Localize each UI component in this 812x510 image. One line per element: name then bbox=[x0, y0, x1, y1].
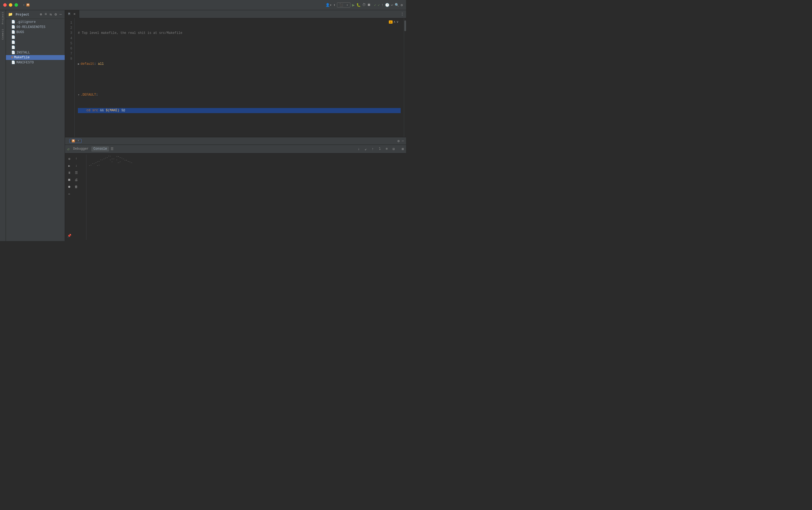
project-panel: 📁 Project ⊕ ≡ ⇆ ⚙ — 📄 .gitignore 📄 00-RE… bbox=[6, 10, 65, 241]
code-line-5: ▾ .DEFAULT: bbox=[78, 92, 401, 97]
scroll-up-btn[interactable]: ↑ bbox=[73, 155, 80, 162]
debug-controls: ↓ ↙ ↑ ⤵ ≡ ⊡ bbox=[356, 146, 397, 152]
expand-editor-btn[interactable]: ∧ bbox=[394, 20, 395, 24]
debug-header: M × ⚙ — bbox=[65, 137, 406, 145]
evaluate-btn[interactable]: ≡ bbox=[384, 146, 390, 152]
pause-debug-btn[interactable]: ⏸ bbox=[66, 170, 72, 176]
settings-btn[interactable]: ⚙ bbox=[54, 12, 57, 17]
restart-debug-btn[interactable]: ↺ bbox=[67, 147, 69, 151]
collapse-editor-btn[interactable]: ∨ bbox=[397, 20, 398, 24]
step-into-btn[interactable]: ↙ bbox=[362, 146, 369, 152]
record-btn[interactable]: ⏺ bbox=[66, 183, 72, 190]
git-check-icon[interactable]: ✓ bbox=[374, 3, 376, 7]
file-tree: 📄 .gitignore 📄 00-RELEASENOTES 📄 BUGS 📄 … bbox=[6, 19, 65, 241]
breadcrumb-file[interactable]: M bbox=[26, 3, 31, 6]
close-panel-btn[interactable]: — bbox=[59, 12, 63, 17]
console-output: _.-``__ ''-._ _.-`` `. `_. ''-._ .-`` .- bbox=[87, 154, 406, 240]
tab-makefile[interactable]: M × bbox=[65, 10, 79, 18]
debug-panel: M × ⚙ — ↺ Debugger Console ☰ bbox=[65, 137, 406, 241]
frames-btn[interactable]: ⊡ bbox=[390, 146, 397, 152]
pause-btn[interactable]: ↓ bbox=[73, 163, 80, 169]
settings-icon[interactable]: ⚙ bbox=[401, 3, 403, 7]
panel-actions: ⊕ ≡ ⇆ ⚙ — bbox=[39, 12, 63, 17]
code-line-7 bbox=[78, 123, 401, 129]
console-area: ⚙ ↑ ▶ ↓ ⏸ ☰ ⏹ 🖨 bbox=[65, 153, 406, 241]
tab-console[interactable]: Console bbox=[91, 146, 109, 151]
titlebar: › M 👤▾ ⬆ ⬛ ▾ ▶ 🐛 ⏱ ⏹ ✓ ✓ ↑ 🕐 ↩ 🔍 ⚙ bbox=[0, 0, 406, 10]
file-gitignore[interactable]: 📄 .gitignore bbox=[6, 19, 65, 24]
run-button[interactable]: ▶ bbox=[352, 2, 355, 8]
clock-icon[interactable]: 🕐 bbox=[385, 3, 389, 7]
collapse-btn[interactable]: ⇆ bbox=[49, 12, 53, 17]
step-over-btn[interactable]: ↓ bbox=[356, 146, 362, 152]
commit-sidebar-label[interactable]: Commit bbox=[2, 28, 4, 39]
warning-badge: ⚠ bbox=[389, 21, 393, 24]
expand-all-btn[interactable]: ≡ bbox=[44, 12, 48, 17]
code-line-2 bbox=[78, 46, 401, 51]
maximize-button[interactable] bbox=[14, 3, 18, 7]
tab-debugger[interactable]: Debugger bbox=[71, 146, 91, 151]
panel-header: 📁 Project ⊕ ≡ ⇆ ⚙ — bbox=[6, 10, 65, 19]
stop-debug-btn[interactable]: ⏹ bbox=[66, 176, 72, 183]
file-releasenotes[interactable]: 📄 00-RELEASENOTES bbox=[6, 24, 65, 30]
tab-close-btn[interactable]: × bbox=[73, 12, 76, 16]
debug-minimize-btn[interactable]: — bbox=[402, 139, 404, 143]
edit-btn[interactable]: ✏ bbox=[66, 191, 72, 197]
minimize-button[interactable] bbox=[9, 3, 12, 7]
undo-icon[interactable]: ↩ bbox=[391, 3, 393, 7]
step-out-btn[interactable]: ↑ bbox=[369, 146, 376, 152]
more-options-btn[interactable]: ⋮ bbox=[401, 12, 404, 16]
clear-btn[interactable]: 🗑 bbox=[73, 183, 80, 190]
print-btn[interactable]: 🖨 bbox=[73, 176, 80, 183]
code-editor[interactable]: # Top level makefile, the real shit is a… bbox=[74, 18, 404, 137]
more-tabs-btn[interactable]: ☰ bbox=[110, 146, 115, 151]
git-check2-icon[interactable]: ✓ bbox=[378, 3, 380, 7]
pin-btn[interactable]: 📌 bbox=[66, 232, 72, 239]
file-install[interactable]: 📄 INSTALL bbox=[6, 50, 65, 55]
editor-debug-area: M × ⋮ 1 2 3 4 5 6 7 8 bbox=[65, 10, 406, 241]
layout-btn[interactable]: ⊞ bbox=[402, 147, 404, 151]
file-copying[interactable]: 📄 bbox=[6, 45, 65, 50]
clear-console-btn[interactable]: ⚙ bbox=[66, 155, 72, 162]
project-sidebar-label[interactable]: Project bbox=[2, 11, 4, 24]
left-panel-sidebar: Project Commit bbox=[0, 10, 6, 241]
folder-icon: 📁 bbox=[8, 12, 12, 17]
user-icon[interactable]: 👤▾ bbox=[326, 3, 332, 7]
file-manifesto[interactable]: 📄 MANIFESTO bbox=[6, 60, 65, 65]
main-layout: Project Commit 📁 Project ⊕ ≡ ⇆ ⚙ — 📄 .gi… bbox=[0, 10, 406, 241]
stop-button[interactable]: ⏹ bbox=[367, 3, 371, 7]
redis-ascii-art: _.-``__ ''-._ _.-`` `. `_. ''-._ .-`` .- bbox=[89, 155, 404, 167]
code-line-3: ▶ default: all bbox=[78, 61, 401, 67]
code-line-1: # Top level makefile, the real shit is a… bbox=[78, 31, 401, 36]
line-numbers: 1 2 3 4 5 6 7 8 bbox=[65, 18, 74, 137]
file-conduct[interactable]: 📄 bbox=[6, 35, 65, 40]
file-contributing[interactable]: 📄 bbox=[6, 40, 65, 45]
file-makefile[interactable]: M Makefile bbox=[6, 55, 65, 60]
debug-run-button[interactable]: 🐛 bbox=[356, 3, 361, 7]
close-button[interactable] bbox=[3, 3, 7, 7]
resume-btn[interactable]: ▶ bbox=[66, 163, 72, 169]
panel-title: 📁 Project bbox=[8, 12, 29, 17]
debug-settings-btn[interactable]: ⚙ bbox=[397, 139, 399, 143]
run-configuration[interactable]: ⬛ ▾ bbox=[337, 2, 351, 7]
run-to-cursor-btn[interactable]: ⤵ bbox=[377, 146, 383, 152]
file-bugs[interactable]: 📄 BUGS bbox=[6, 30, 65, 35]
coverage-button[interactable]: ⏱ bbox=[362, 3, 366, 7]
code-line-6: cd src && $(MAKE) $@ bbox=[78, 108, 401, 113]
fold-arrow-3[interactable]: ▶ bbox=[78, 62, 80, 66]
titlebar-actions: 👤▾ ⬆ ⬛ ▾ ▶ 🐛 ⏱ ⏹ ✓ ✓ ↑ 🕐 ↩ 🔍 ⚙ bbox=[326, 2, 403, 8]
editor-area: M × ⋮ 1 2 3 4 5 6 7 8 bbox=[65, 10, 406, 137]
mute-btn[interactable]: ☰ bbox=[73, 170, 80, 176]
code-line-4 bbox=[78, 77, 401, 82]
editor-tabs: M × ⋮ bbox=[65, 10, 406, 18]
debug-toolbar: ↺ Debugger Console ☰ ↓ ↙ ↑ ⤵ ≡ ⊡ bbox=[65, 145, 406, 153]
vertical-scrollbar[interactable] bbox=[404, 18, 406, 137]
search-icon[interactable]: 🔍 bbox=[395, 3, 399, 7]
nav-back-icon[interactable]: ⬆ bbox=[333, 3, 335, 7]
git-push-icon[interactable]: ↑ bbox=[382, 3, 384, 7]
debug-run-chip[interactable]: M × bbox=[69, 139, 82, 143]
fold-arrow-5[interactable]: ▾ bbox=[78, 93, 80, 97]
traffic-lights bbox=[3, 3, 18, 7]
add-file-btn[interactable]: ⊕ bbox=[39, 12, 43, 17]
editor-content: 1 2 3 4 5 6 7 8 # Top level makefile, th… bbox=[65, 18, 406, 137]
